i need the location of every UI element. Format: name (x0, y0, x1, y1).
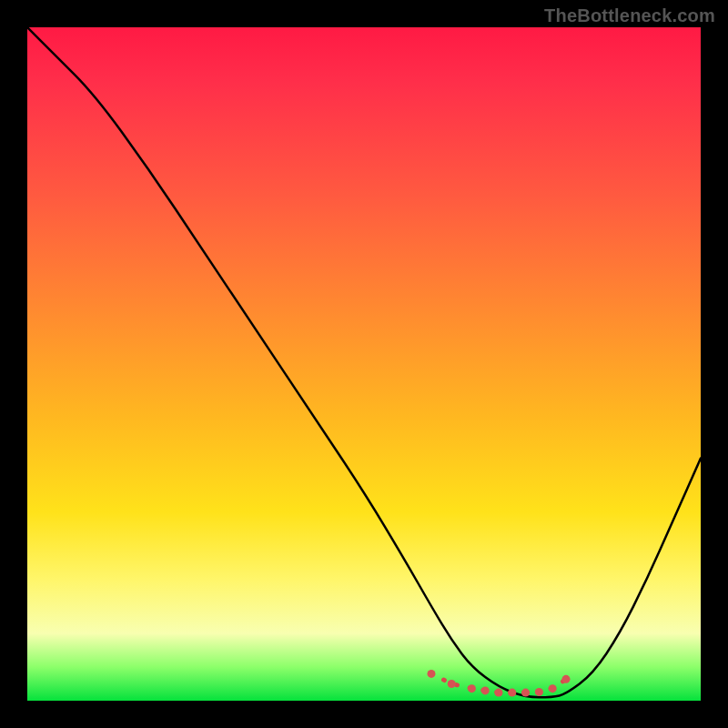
bottleneck-curve (27, 27, 701, 697)
svg-point-7 (535, 688, 543, 696)
svg-point-6 (521, 689, 530, 697)
svg-point-3 (481, 686, 490, 694)
svg-point-0 (428, 670, 436, 678)
curve-layer (27, 27, 701, 701)
chart-stage: TheBottleneck.com (0, 0, 728, 728)
watermark-text: TheBottleneck.com (544, 5, 715, 26)
svg-point-4 (495, 689, 503, 697)
svg-point-9 (562, 675, 571, 683)
svg-point-5 (508, 689, 516, 697)
svg-point-1 (448, 680, 456, 688)
red-bottom-marks (428, 670, 571, 697)
svg-point-8 (549, 684, 557, 693)
plot-area (27, 27, 701, 701)
svg-point-2 (468, 684, 476, 693)
